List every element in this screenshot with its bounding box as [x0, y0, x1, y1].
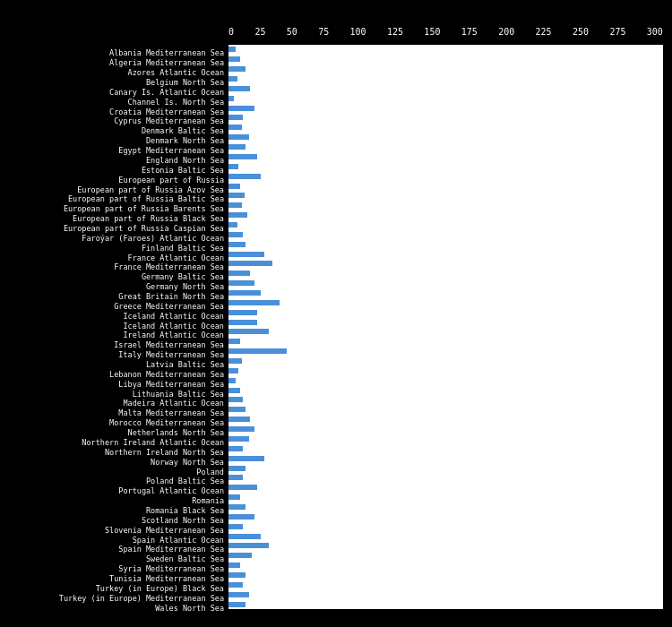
y-label: European part of Russia Black Sea — [73, 215, 224, 223]
bar — [228, 96, 234, 101]
bar — [228, 193, 245, 198]
bar — [228, 407, 246, 412]
bar — [228, 86, 250, 91]
bar — [228, 602, 246, 607]
bar — [228, 252, 264, 257]
bar — [228, 184, 240, 189]
bar — [228, 553, 252, 558]
bar — [228, 242, 246, 247]
y-label: Egypt Mediterranean Sea — [118, 147, 224, 155]
y-label: Turkey (in Europe) Mediterranean Sea — [59, 595, 224, 603]
y-label: Cyprus Mediterranean Sea — [114, 117, 224, 125]
bar — [228, 164, 238, 169]
bar — [228, 456, 264, 461]
y-label: Morocco Mediterranean Sea — [109, 419, 224, 427]
y-label: Norway North Sea — [151, 459, 224, 467]
y-label: Greece Mediterranean Sea — [114, 303, 224, 311]
y-label: Croatia Mediterranean Sea — [109, 108, 224, 116]
bar — [228, 144, 246, 150]
bar — [228, 358, 242, 364]
x-tick: 100 — [350, 27, 366, 37]
bar — [228, 280, 254, 286]
x-tick: 175 — [461, 27, 478, 37]
y-label: Syria Mediterranean Sea — [118, 565, 224, 573]
bar — [228, 504, 246, 510]
y-label: Israel Mediterranean Sea — [114, 341, 224, 349]
bar — [228, 348, 287, 354]
x-tick: 150 — [424, 27, 440, 37]
x-tick: 250 — [573, 27, 589, 37]
chart-container: 0255075100125150175200225250275300 Alban… — [0, 0, 672, 627]
y-label: Belgium North Sea — [146, 79, 224, 87]
bar — [228, 106, 254, 111]
bar — [228, 290, 261, 296]
y-label: Netherlands North Sea — [128, 429, 224, 437]
bar — [228, 222, 237, 228]
y-label: Spain Atlantic Ocean — [133, 537, 224, 545]
y-label: European part of Russia Azov Sea — [77, 186, 224, 194]
x-tick: 275 — [609, 27, 625, 37]
bar — [228, 66, 246, 72]
y-label: Wales North Sea — [155, 605, 224, 613]
y-label: Northern Ireland North Sea — [105, 449, 224, 457]
bar — [228, 154, 257, 159]
bar — [228, 47, 236, 52]
x-tick: 75 — [318, 27, 329, 37]
y-label: France Mediterranean Sea — [114, 263, 224, 271]
bar — [228, 524, 243, 529]
y-label: Estonia Baltic Sea — [142, 167, 224, 175]
y-label: Libya Mediterranean Sea — [118, 381, 224, 389]
bar — [228, 320, 257, 325]
bar — [228, 485, 257, 490]
x-tick: 225 — [536, 27, 552, 37]
y-label: Slovenia Mediterranean Sea — [105, 527, 224, 535]
bar — [228, 494, 240, 500]
y-label: Tunisia Mediterranean Sea — [109, 575, 224, 583]
y-label: Lithuania Baltic Sea — [133, 391, 224, 399]
y-label: Faroýar (Faroes) Atlantic Ocean — [82, 235, 224, 243]
x-tick: 300 — [647, 27, 663, 37]
y-label: Latvia Baltic Sea — [146, 361, 224, 369]
y-label: Romania Black Sea — [146, 507, 224, 515]
bar — [228, 271, 250, 276]
x-tick: 125 — [387, 27, 403, 37]
x-axis-ticks: 0255075100125150175200225250275300 — [228, 27, 663, 37]
y-label: Iceland Atlantic Ocean — [123, 313, 224, 321]
y-label: Great Britain North Sea — [118, 293, 224, 301]
bar — [228, 76, 237, 82]
y-label: Channel Is. North Sea — [128, 99, 224, 107]
y-label: Denmark North Sea — [146, 137, 224, 145]
y-label: Spain Mediterranean Sea — [118, 545, 224, 554]
y-label: European part of Russia Caspian Sea — [64, 225, 224, 233]
x-tick: 50 — [287, 27, 297, 37]
bar — [228, 582, 243, 588]
bar — [228, 592, 249, 597]
y-label: Northern Ireland Atlantic Ocean — [82, 439, 224, 447]
y-label: Portugal Atlantic Ocean — [118, 487, 224, 495]
bars-area — [228, 45, 663, 609]
bar — [228, 300, 280, 305]
bar — [228, 466, 246, 471]
bar — [228, 417, 250, 422]
y-labels: Albania Mediterranean SeaAlgeria Mediter… — [0, 45, 227, 609]
bar — [228, 563, 240, 568]
y-label: Malta Mediterranean Sea — [118, 409, 224, 417]
y-label: European part of Russia Barents Sea — [64, 205, 224, 213]
bar — [228, 339, 240, 344]
y-label: Algeria Mediterranean Sea — [109, 59, 224, 67]
bar — [228, 446, 243, 451]
bar — [228, 436, 249, 442]
bar — [228, 212, 247, 218]
bar — [228, 378, 236, 383]
y-label: Albania Mediterranean Sea — [109, 49, 224, 57]
bar — [228, 329, 269, 334]
y-label: Germany North Sea — [146, 283, 224, 291]
bar — [228, 115, 243, 120]
bar — [228, 572, 246, 578]
bar — [228, 174, 261, 179]
bar — [228, 388, 240, 393]
bar — [228, 202, 242, 208]
y-label: Lebanon Mediterranean Sea — [109, 371, 224, 379]
x-tick: 25 — [254, 27, 265, 37]
y-label: Canary Is. Atlantic Ocean — [109, 89, 224, 97]
